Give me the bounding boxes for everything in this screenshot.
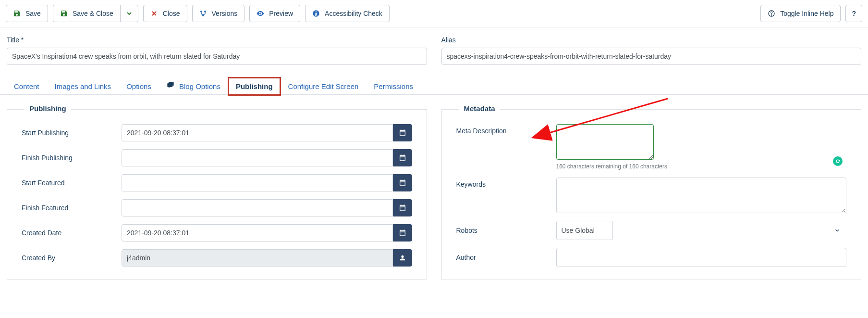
title-alias-row: Title * Alias — [0, 27, 868, 70]
versions-button[interactable]: Versions — [192, 5, 245, 22]
close-label: Close — [163, 10, 180, 17]
calendar-icon — [399, 154, 406, 162]
alias-label: Alias — [441, 36, 862, 44]
meta-description-label: Meta Description — [456, 124, 551, 135]
eye-icon — [257, 10, 264, 17]
start-publishing-input[interactable] — [122, 124, 393, 141]
keywords-input[interactable] — [556, 178, 847, 213]
save-close-button[interactable]: Save & Close — [53, 5, 120, 22]
calendar-icon — [399, 229, 406, 237]
save-button[interactable]: Save — [6, 5, 48, 22]
user-icon — [399, 254, 406, 262]
tab-permissions[interactable]: Permissions — [367, 78, 420, 95]
publishing-legend: Publishing — [24, 104, 71, 113]
start-featured-calendar-button[interactable] — [393, 174, 412, 191]
grammarly-icon — [833, 156, 843, 166]
calendar-icon — [399, 129, 406, 137]
finish-publishing-input[interactable] — [122, 149, 393, 166]
svg-point-2 — [200, 11, 202, 13]
accessibility-icon — [312, 10, 320, 17]
created-date-calendar-button[interactable] — [393, 224, 412, 242]
tab-configure-edit-screen[interactable]: Configure Edit Screen — [281, 78, 366, 95]
start-featured-input[interactable] — [122, 174, 393, 191]
author-input[interactable] — [556, 248, 847, 267]
toggle-inline-help-button[interactable]: Toggle Inline Help — [760, 5, 841, 22]
svg-point-8 — [771, 15, 771, 15]
keywords-label: Keywords — [456, 178, 551, 188]
created-by-label: Created By — [22, 254, 117, 262]
metadata-fieldset: Metadata Meta Description 160 characters… — [441, 109, 862, 280]
calendar-icon — [399, 179, 406, 187]
save-icon — [13, 10, 21, 17]
tab-blog-options[interactable]: Blog Options — [159, 77, 228, 95]
accessibility-check-button[interactable]: Accessibility Check — [305, 5, 390, 22]
start-publishing-calendar-button[interactable] — [393, 124, 412, 141]
branch-icon — [199, 10, 207, 17]
panels: Publishing Start Publishing Finish Publi… — [0, 95, 868, 285]
finish-featured-calendar-button[interactable] — [393, 199, 412, 216]
start-publishing-label: Start Publishing — [22, 129, 117, 137]
alias-input[interactable] — [441, 48, 862, 65]
question-circle-icon — [768, 10, 775, 17]
versions-label: Versions — [212, 10, 238, 17]
calendar-icon — [399, 204, 406, 212]
finish-featured-input[interactable] — [122, 199, 393, 216]
title-input[interactable] — [7, 48, 427, 65]
start-featured-label: Start Featured — [22, 179, 117, 187]
tab-options[interactable]: Options — [119, 78, 159, 95]
save-close-group: Save & Close — [53, 5, 138, 22]
author-label: Author — [456, 254, 551, 261]
save-close-label: Save & Close — [73, 10, 113, 17]
finish-publishing-calendar-button[interactable] — [393, 149, 412, 166]
tab-content[interactable]: Content — [7, 78, 47, 95]
meta-description-hint: 160 characters remaining of 160 characte… — [556, 163, 847, 170]
publishing-fieldset: Publishing Start Publishing Finish Publi… — [7, 109, 427, 280]
toolbar: Save Save & Close Close Versions Preview… — [0, 0, 868, 27]
chevron-down-icon — [834, 227, 841, 234]
accessibility-label: Accessibility Check — [325, 10, 382, 17]
created-date-label: Created Date — [22, 229, 117, 237]
tabs-bar: Content Images and Links Options Blog Op… — [0, 70, 868, 95]
comments-icon — [167, 81, 174, 89]
finish-featured-label: Finish Featured — [22, 204, 117, 212]
created-by-user-button[interactable] — [393, 249, 412, 267]
preview-label: Preview — [269, 10, 293, 17]
save-close-dropdown[interactable] — [120, 5, 138, 22]
help-label: ? — [852, 10, 856, 17]
toggle-help-label: Toggle Inline Help — [780, 10, 833, 17]
tab-publishing[interactable]: Publishing — [229, 78, 280, 95]
title-label: Title * — [7, 36, 427, 44]
save-label: Save — [25, 10, 41, 17]
robots-select[interactable]: Use Global — [556, 221, 613, 240]
created-date-input[interactable] — [122, 224, 393, 242]
preview-button[interactable]: Preview — [249, 5, 300, 22]
meta-description-input[interactable] — [556, 124, 654, 160]
close-icon — [150, 10, 158, 17]
robots-label: Robots — [456, 227, 551, 234]
help-button[interactable]: ? — [845, 5, 862, 22]
chevron-down-icon — [125, 10, 133, 17]
close-button[interactable]: Close — [143, 5, 187, 22]
tab-images-links[interactable]: Images and Links — [48, 78, 119, 95]
finish-publishing-label: Finish Publishing — [22, 154, 117, 162]
save-icon — [60, 10, 68, 17]
svg-point-6 — [316, 11, 317, 12]
svg-point-3 — [204, 11, 206, 13]
created-by-input[interactable] — [122, 249, 393, 267]
metadata-legend: Metadata — [459, 104, 500, 113]
